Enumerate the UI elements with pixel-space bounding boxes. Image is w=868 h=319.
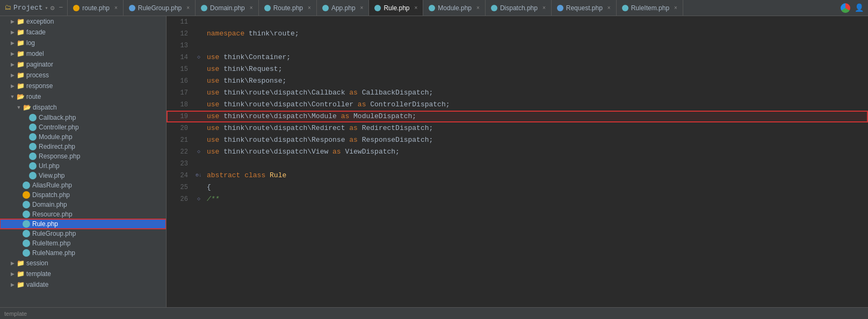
project-header[interactable]: 🗂 Project ▾ ⚙ − [0, 0, 68, 16]
code-line-22: 22◇use think\route\dispatch\View as View… [167, 146, 868, 158]
sidebar-label-21: RuleGroup.php [32, 230, 76, 237]
sidebar-item-1[interactable]: 📁facade [0, 27, 166, 38]
tab-close-domain-php[interactable]: × [250, 5, 253, 11]
tab-close-module-php[interactable]: × [476, 5, 480, 11]
sidebar-label-2: log [26, 39, 35, 47]
sidebar-item-5[interactable]: 📁process [0, 70, 166, 81]
line-number-16: 16 [167, 75, 193, 87]
sidebar-item-8[interactable]: 📂dispatch [0, 102, 166, 113]
sidebar-item-13[interactable]: Response.php [0, 151, 166, 161]
sidebar-item-11[interactable]: Module.php [0, 132, 166, 142]
sidebar-item-24[interactable]: 📁session [0, 258, 166, 269]
tab-close-app-php[interactable]: × [360, 5, 364, 11]
folder-arrow-2 [9, 39, 16, 47]
line-number-25: 25 [167, 182, 193, 193]
template-label: template [4, 310, 27, 317]
line-code-25: { [204, 182, 868, 193]
tab-close-route-php[interactable]: × [114, 5, 118, 11]
sidebar-label-3: model [26, 50, 44, 57]
sidebar-item-6[interactable]: 📁response [0, 81, 166, 91]
line-gutter-16 [193, 75, 204, 87]
sidebar-item-19[interactable]: Resource.php [0, 209, 166, 219]
line-number-14: 14 [167, 52, 193, 63]
sidebar-item-15[interactable]: View.php [0, 171, 166, 180]
sidebar-item-12[interactable]: Redirect.php [0, 142, 166, 151]
sidebar-item-18[interactable]: Domain.php [0, 200, 166, 209]
folder-icon-0: 📁 [16, 17, 25, 26]
sidebar-label-4: paginator [26, 61, 53, 68]
line-gutter-20 [193, 122, 204, 134]
sidebar-item-3[interactable]: 📁model [0, 48, 166, 59]
file-icon-11 [29, 133, 37, 141]
folder-icon-7: 📂 [16, 92, 25, 101]
tab-close-dispatch-php[interactable]: × [542, 5, 546, 11]
tab-icon-route-php [73, 5, 79, 11]
sidebar-item-16[interactable]: AliasRule.php [0, 180, 166, 190]
tab-icon-route2-php [264, 5, 271, 11]
file-icon-18 [23, 201, 30, 208]
sidebar-item-2[interactable]: 📁log [0, 38, 166, 48]
tab-close-route2-php[interactable]: × [308, 5, 311, 11]
tab-ruleitem-php[interactable]: RuleItem.php× [617, 0, 683, 16]
minus-icon[interactable]: − [59, 4, 63, 12]
folder-arrow-6 [9, 82, 16, 90]
line-number-19: 19 [167, 111, 193, 122]
code-line-18: 18use think\route\dispatch\Controller as… [167, 99, 868, 111]
sidebar-item-22[interactable]: RuleItem.php [0, 238, 166, 248]
sidebar-item-4[interactable]: 📁paginator [0, 59, 166, 70]
tab-route-php[interactable]: route.php× [68, 0, 124, 16]
folder-icon-1: 📁 [16, 28, 25, 37]
sidebar-item-25[interactable]: 📁template [0, 269, 166, 279]
tab-label-rulegroup-php: RuleGroup.php [138, 4, 182, 12]
tab-close-request-php[interactable]: × [607, 5, 611, 11]
line-number-17: 17 [167, 87, 193, 99]
sidebar-item-20[interactable]: Rule.php [0, 219, 166, 229]
sidebar-item-7[interactable]: 📂route [0, 91, 166, 102]
code-line-24: 24⊕↓abstract class Rule [167, 170, 868, 182]
folder-icon-25: 📁 [16, 270, 25, 278]
tab-module-php[interactable]: Module.php× [423, 0, 486, 16]
tab-rule-php[interactable]: Rule.php× [369, 0, 423, 16]
main-layout: 📁exception📁facade📁log📁model📁paginator📁pr… [0, 16, 868, 307]
folder-icon-5: 📁 [16, 71, 25, 79]
project-dropdown-icon[interactable]: ▾ [45, 5, 48, 11]
line-code-13 [204, 40, 868, 52]
tab-domain-php[interactable]: Domain.php× [196, 0, 259, 16]
tab-close-ruleitem-php[interactable]: × [674, 5, 677, 11]
tab-label-domain-php: Domain.php [210, 4, 245, 12]
settings-icon[interactable]: ⚙ [50, 4, 55, 12]
sidebar-label-6: response [26, 82, 53, 90]
tab-rulegroup-php[interactable]: RuleGroup.php× [124, 0, 196, 16]
file-icon-21 [23, 230, 30, 237]
sidebar-item-14[interactable]: Url.php [0, 161, 166, 171]
sidebar-item-10[interactable]: Controller.php [0, 122, 166, 132]
tab-label-dispatch-php: Dispatch.php [500, 4, 538, 12]
file-icon-9 [29, 114, 37, 121]
folder-arrow-3 [9, 50, 16, 57]
sidebar-item-21[interactable]: RuleGroup.php [0, 229, 166, 238]
sidebar-label-8: dispatch [33, 104, 57, 111]
line-number-23: 23 [167, 158, 193, 170]
editor[interactable]: 1112namespace think\route;1314◇use think… [167, 16, 868, 307]
tab-close-rulegroup-php[interactable]: × [186, 5, 190, 11]
line-gutter-13 [193, 40, 204, 52]
tab-label-ruleitem-php: RuleItem.php [631, 4, 669, 12]
folder-arrow-25 [9, 270, 16, 278]
code-line-23: 23 [167, 158, 868, 170]
sidebar-item-26[interactable]: 📁validate [0, 279, 166, 290]
tab-close-rule-php[interactable]: × [414, 5, 417, 11]
code-line-20: 20use think\route\dispatch\Redirect as R… [167, 122, 868, 134]
sidebar-item-0[interactable]: 📁exception [0, 16, 166, 27]
tab-route2-php[interactable]: Route.php× [259, 0, 317, 16]
sidebar-item-9[interactable]: Callback.php [0, 113, 166, 122]
sidebar-item-17[interactable]: Dispatch.php [0, 190, 166, 200]
code-line-14: 14◇use think\Container; [167, 52, 868, 63]
sidebar-item-23[interactable]: RuleName.php [0, 248, 166, 258]
tab-request-php[interactable]: Request.php× [552, 0, 617, 16]
folder-arrow-5 [9, 71, 16, 79]
sidebar-label-20: Rule.php [32, 220, 58, 228]
line-gutter-26: ◇ [193, 193, 204, 205]
tab-dispatch-php[interactable]: Dispatch.php× [486, 0, 552, 16]
folder-arrow-7 [9, 93, 16, 100]
tab-app-php[interactable]: App.php× [317, 0, 370, 16]
